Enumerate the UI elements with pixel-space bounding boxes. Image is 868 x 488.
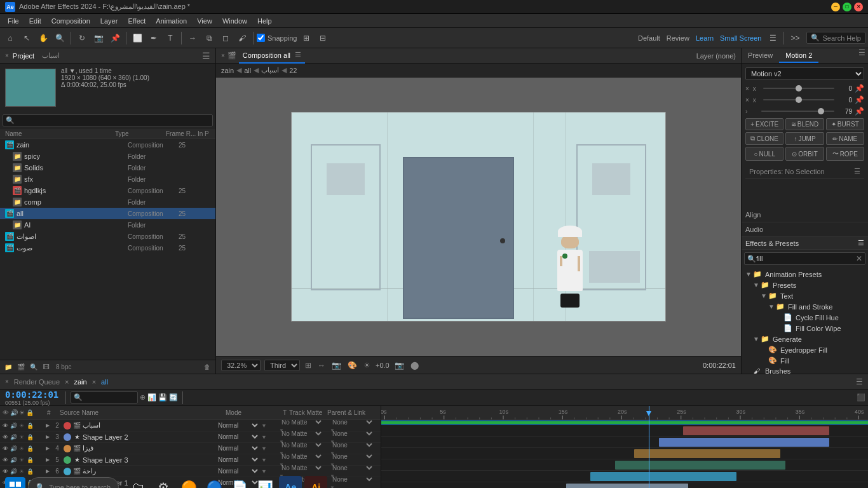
motion2-tab[interactable]: Motion 2	[779, 48, 818, 63]
text-item[interactable]: ▼ 📁 Text	[743, 290, 867, 301]
tl-btn-4[interactable]: 🔄	[169, 393, 178, 402]
composition-tab[interactable]: Composition all ☰	[239, 48, 305, 64]
project-item-3[interactable]: 📁SolidsFolder	[0, 162, 215, 173]
project-item-1[interactable]: 🎬zainComposition25	[0, 139, 215, 151]
menu-window[interactable]: Window	[217, 16, 252, 26]
tool-rotate[interactable]: ↻	[74, 30, 90, 46]
eyedropper-fill-item[interactable]: 🎨 Eyedropper Fill	[743, 344, 867, 355]
slider-track-1[interactable]	[763, 88, 834, 89]
visibility-switch-4[interactable]: 👁	[1, 445, 9, 452]
tl-bar-7[interactable]	[566, 484, 688, 488]
project-item-2[interactable]: 📁spicyFolder	[0, 151, 215, 162]
project-search-bar[interactable]: 🔍	[3, 114, 213, 126]
layer-expand-3[interactable]: ▶	[44, 434, 51, 440]
menu-view[interactable]: View	[192, 16, 217, 26]
taskbar-search[interactable]: 🔍 Type here to search	[28, 477, 119, 489]
effects-search-bar[interactable]: 🔍 ✕	[744, 252, 865, 265]
exposure-btn[interactable]: ☀	[362, 361, 372, 370]
parent-select-4[interactable]: None	[330, 441, 374, 449]
mode-select-2[interactable]: Normal	[215, 421, 260, 430]
brushes-item[interactable]: 🖌 Brushes	[743, 366, 867, 374]
properties-menu[interactable]: ☰	[854, 167, 860, 175]
expand-btn[interactable]: >>	[787, 30, 803, 46]
tool-snap1[interactable]: ⊞	[299, 30, 314, 46]
excite-btn[interactable]: + EXCITE	[745, 118, 783, 130]
timeline-panel-close[interactable]: ×	[5, 378, 9, 385]
parent-select-3[interactable]: None	[330, 430, 374, 438]
tool-brush[interactable]: 🖌	[234, 30, 250, 46]
tl-bar-3[interactable]	[659, 438, 829, 447]
workspace-menu[interactable]: ☰	[765, 30, 780, 46]
new-folder-btn[interactable]: 📁	[3, 362, 14, 373]
slider-thumb-1[interactable]	[796, 85, 802, 92]
rope-btn[interactable]: 〜 ROPE	[826, 147, 864, 161]
clone-btn[interactable]: ⧉ CLONE	[745, 132, 783, 145]
lock-switch-2[interactable]: 🔒	[26, 422, 34, 430]
snapping-checkbox[interactable]	[257, 34, 265, 42]
minimize-btn[interactable]: ─	[831, 3, 840, 11]
tool-pin[interactable]: 📌	[107, 30, 123, 46]
close-btn[interactable]: ✕	[854, 3, 863, 11]
tool-hand[interactable]: ✋	[36, 30, 51, 46]
reset-exposure-btn[interactable]: 📷	[393, 361, 405, 370]
tool-text[interactable]: T	[163, 30, 178, 46]
fill-stroke-item[interactable]: ▼ 📁 Fill and Stroke	[743, 301, 867, 312]
taskbar-app-word[interactable]: 📄	[228, 476, 251, 489]
audio-switch-5[interactable]: 🔊	[10, 456, 17, 464]
view-select[interactable]: Third	[264, 360, 300, 371]
motion-preset-select[interactable]: Motion v2	[745, 67, 864, 80]
visibility-switch-6[interactable]: 👁	[1, 468, 9, 475]
menu-layer[interactable]: Layer	[95, 16, 123, 26]
orbit-btn[interactable]: ⊙ ORBIT	[785, 147, 824, 161]
tool-arrow[interactable]: →	[185, 30, 200, 46]
project-item-4[interactable]: 📁sfxFolder	[0, 173, 215, 185]
audio-switch-4[interactable]: 🔊	[10, 445, 17, 452]
solo-switch-3[interactable]: ☀	[18, 433, 25, 441]
taskbar-app-files[interactable]: 🗂	[126, 476, 149, 489]
tool-home[interactable]: ⌂	[3, 30, 18, 46]
tl-bar-6[interactable]	[590, 472, 736, 481]
visibility-switch-5[interactable]: 👁	[1, 456, 9, 464]
mode-select-3[interactable]: Normal	[215, 433, 260, 441]
solo-switch-4[interactable]: ☀	[18, 445, 25, 452]
slider-pin-2[interactable]: 📌	[855, 95, 864, 104]
menu-effect[interactable]: Effect	[123, 16, 151, 26]
menu-composition[interactable]: Composition	[46, 16, 95, 26]
slider-track-2[interactable]	[763, 99, 834, 100]
find-btn[interactable]: 🔍	[28, 362, 39, 373]
timeline-tab-close-2[interactable]: ×	[92, 378, 96, 386]
matte-select-4[interactable]: No Matte	[279, 441, 323, 449]
breadcrumb-current[interactable]: اسباب	[261, 66, 279, 74]
tl-bar-2[interactable]	[683, 426, 829, 435]
project-close-btn[interactable]: ×	[5, 52, 9, 59]
taskbar-app-settings[interactable]: ⚙	[152, 476, 175, 489]
tl-btn-3[interactable]: 💾	[158, 393, 167, 402]
slider-track-3[interactable]	[761, 111, 834, 112]
effects-search-clear[interactable]: ✕	[856, 254, 862, 263]
project-tab[interactable]: Project	[13, 52, 34, 60]
tool-camera[interactable]: 📷	[91, 30, 106, 46]
tl-search-input[interactable]	[84, 394, 135, 402]
tool-select[interactable]: ↖	[19, 30, 34, 46]
preview-tab[interactable]: Preview	[742, 48, 779, 63]
visibility-switch-3[interactable]: 👁	[1, 433, 9, 441]
audio-switch-6[interactable]: 🔊	[10, 468, 17, 475]
mode-select-5[interactable]: Normal	[215, 456, 260, 464]
audio-header[interactable]: Audio	[742, 224, 868, 235]
generate-item[interactable]: ▼ 📁 Generate	[743, 334, 867, 344]
align-header[interactable]: Align	[742, 209, 868, 220]
null-btn[interactable]: ○ NULL	[745, 147, 783, 161]
render-queue-label[interactable]: Render Queue	[14, 378, 60, 386]
tl-expand-btn[interactable]: ⬛	[857, 393, 865, 402]
presets-item[interactable]: ▼ 📁 Presets	[743, 280, 867, 290]
slider-pin-1[interactable]: 📌	[855, 84, 864, 93]
effects-menu[interactable]: ☰	[858, 239, 864, 247]
zoom-select[interactable]: 32.2%	[221, 360, 261, 371]
delete-btn[interactable]: 🗑	[201, 362, 213, 373]
audio-switch-3[interactable]: 🔊	[10, 433, 17, 441]
tl-bar-5[interactable]	[615, 461, 785, 470]
layer-expand-5[interactable]: ▶	[44, 457, 51, 463]
tool-clone[interactable]: ⧉	[201, 30, 217, 46]
parent-select-5[interactable]: None	[330, 452, 374, 461]
animation-presets-item[interactable]: ▼ 📁 Animation Presets	[743, 269, 867, 280]
